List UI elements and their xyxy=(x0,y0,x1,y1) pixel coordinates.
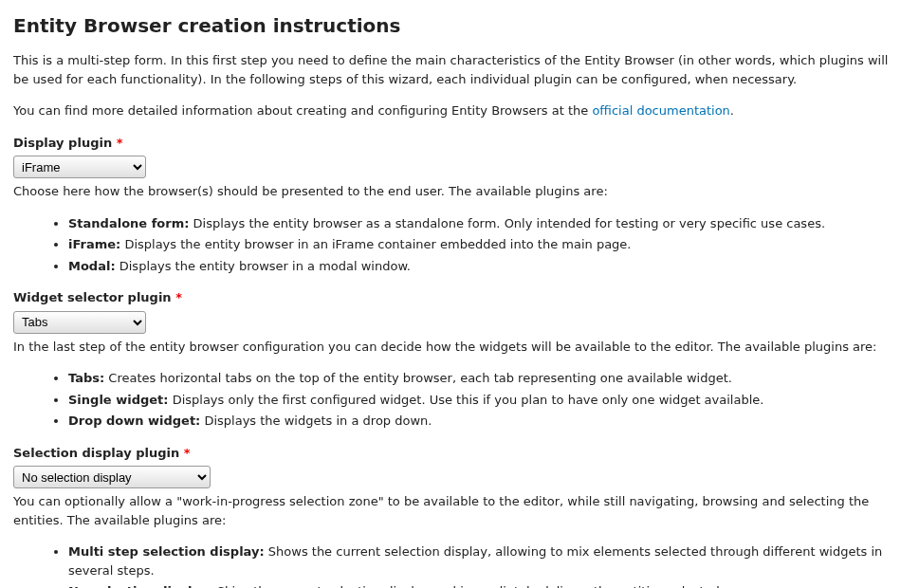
display-plugin-description: Choose here how the browser(s) should be… xyxy=(13,182,906,201)
intro-paragraph-1: This is a multi-step form. In this first… xyxy=(13,51,906,88)
intro-paragraph-2: You can find more detailed information a… xyxy=(13,101,906,120)
list-item: Single widget: Displays only the first c… xyxy=(68,391,906,410)
selection-display-field: Selection display plugin * No selection … xyxy=(13,444,906,530)
selection-display-description: You can optionally allow a "work-in-prog… xyxy=(13,492,906,529)
list-item: Drop down widget: Displays the widgets i… xyxy=(68,412,906,431)
display-plugin-field: Display plugin * iFrame Choose here how … xyxy=(13,134,906,201)
list-item: Modal: Displays the entity browser in a … xyxy=(68,257,906,276)
selection-display-options-list: Multi step selection display: Shows the … xyxy=(13,542,906,588)
official-documentation-link[interactable]: official documentation xyxy=(592,103,729,118)
display-plugin-select[interactable]: iFrame xyxy=(13,156,146,178)
display-plugin-options-list: Standalone form: Displays the entity bro… xyxy=(13,214,906,276)
list-item: No selection display: Skips the current … xyxy=(68,582,906,588)
widget-selector-label: Widget selector plugin * xyxy=(13,288,906,307)
widget-selector-select[interactable]: Tabs xyxy=(13,311,146,334)
selection-display-label: Selection display plugin * xyxy=(13,444,906,463)
page-title: Entity Browser creation instructions xyxy=(13,11,906,40)
widget-selector-field: Widget selector plugin * Tabs In the las… xyxy=(13,288,906,356)
display-plugin-label: Display plugin * xyxy=(13,134,906,153)
widget-selector-description: In the last step of the entity browser c… xyxy=(13,338,906,357)
required-mark: * xyxy=(172,290,182,304)
list-item: Tabs: Creates horizontal tabs on the top… xyxy=(68,369,906,388)
list-item: Standalone form: Displays the entity bro… xyxy=(68,214,906,233)
selection-display-select[interactable]: No selection display xyxy=(13,466,211,488)
required-mark: * xyxy=(179,446,190,460)
list-item: iFrame: Displays the entity browser in a… xyxy=(68,235,906,254)
list-item: Multi step selection display: Shows the … xyxy=(68,542,906,579)
required-mark: * xyxy=(112,136,122,150)
widget-selector-options-list: Tabs: Creates horizontal tabs on the top… xyxy=(13,369,906,431)
